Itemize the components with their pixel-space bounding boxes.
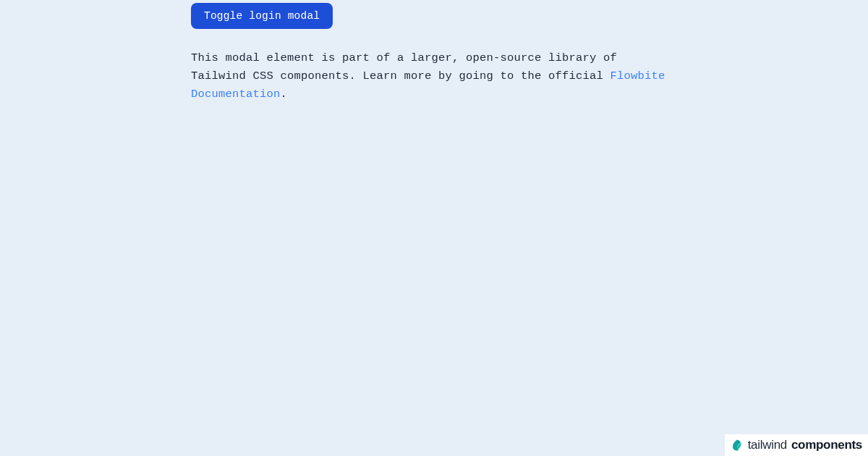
toggle-login-modal-button[interactable]: Toggle login modal bbox=[191, 3, 333, 29]
brand-text-tailwind: tailwind bbox=[748, 438, 787, 452]
description-text-post: . bbox=[281, 88, 288, 101]
description-text-pre: This modal element is part of a larger, … bbox=[191, 51, 617, 83]
brand-text-components: components bbox=[791, 438, 862, 452]
description-paragraph: This modal element is part of a larger, … bbox=[191, 49, 677, 103]
main-container: Toggle login modal This modal element is… bbox=[0, 0, 868, 103]
leaf-icon bbox=[731, 439, 744, 452]
footer-brand-badge: tailwindcomponents bbox=[725, 434, 868, 456]
